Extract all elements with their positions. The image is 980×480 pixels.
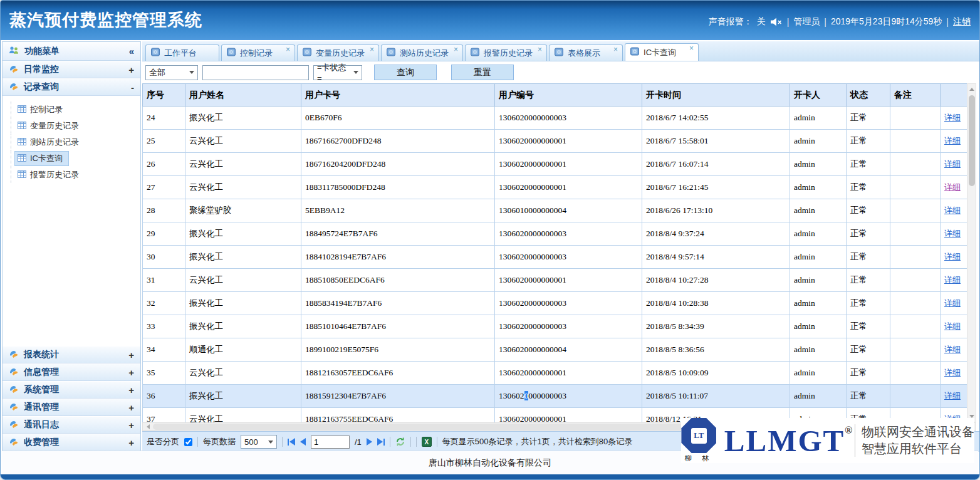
expand-toggle-icon[interactable]: +	[128, 385, 134, 395]
card-status-select[interactable]: =卡状态=	[313, 65, 362, 80]
table-row[interactable]: 29 振兴化工 188495724E7B7AF6 130602000000000…	[143, 222, 967, 246]
keyword-input[interactable]	[202, 65, 309, 80]
table-row[interactable]: 28 聚缘堂驴胶 5EBB9A12 1306010000000004 2018/…	[143, 199, 967, 222]
expand-toggle-icon[interactable]: -	[131, 82, 134, 93]
prev-page-button[interactable]	[300, 438, 306, 446]
detail-link[interactable]: 详细	[944, 113, 961, 122]
sidebar-group[interactable]: 通讯日志 +	[3, 416, 140, 434]
detail-link[interactable]: 详细	[944, 275, 961, 284]
sound-alarm-state[interactable]: 关	[757, 16, 766, 28]
page-number-input[interactable]	[311, 436, 350, 449]
separator: |	[824, 17, 826, 27]
cell-detail: 详细	[941, 246, 967, 269]
tab[interactable]: 变量历史记录 ×	[297, 44, 379, 61]
sidebar-item[interactable]: IC卡查询	[11, 150, 140, 167]
tab[interactable]: 表格展示 ×	[549, 44, 623, 61]
detail-link[interactable]: 详细	[944, 321, 961, 331]
sidebar-spacer	[3, 189, 140, 346]
sidebar-group[interactable]: 报表统计 +	[3, 346, 140, 363]
refresh-button[interactable]	[395, 437, 405, 447]
tab-icon	[630, 47, 640, 58]
detail-link[interactable]: 详细	[944, 368, 961, 377]
table-row[interactable]: 24 振兴化工 0EB670F6 1306020000000003 2018/6…	[143, 107, 967, 130]
sidebar-group-label: 系统管理	[24, 384, 59, 395]
sidebar-item[interactable]: 测站历史记录	[11, 134, 140, 150]
sidebar-group[interactable]: 记录查询 -	[3, 78, 140, 96]
tab[interactable]: 报警历史记录 ×	[465, 44, 547, 61]
tab-close-icon[interactable]: ×	[612, 45, 619, 54]
first-page-button[interactable]	[288, 438, 295, 446]
cell-serial: 32	[143, 292, 185, 315]
tab[interactable]: 控制记录 ×	[221, 44, 295, 61]
table-icon	[18, 170, 26, 180]
last-page-button[interactable]	[377, 438, 385, 446]
detail-link[interactable]: 详细	[944, 229, 961, 238]
table-row[interactable]: 36 振兴化工 18815912304E7B7AF6 1306020000000…	[143, 385, 967, 408]
cell-open-time: 2018/8/5 10:11:07	[642, 385, 790, 408]
expand-toggle-icon[interactable]: +	[128, 437, 134, 448]
tab[interactable]: 测站历史记录 ×	[381, 44, 463, 61]
detail-link[interactable]: 详细	[944, 252, 961, 261]
table-row[interactable]: 31 云兴化工 188510850EEDC6AF6 13060200000000…	[143, 269, 967, 292]
category-select[interactable]: 全部	[145, 65, 198, 80]
detail-link[interactable]: 详细	[944, 182, 961, 192]
logout-link[interactable]: 注销	[953, 16, 971, 28]
table-row[interactable]: 26 云兴化工 186716204200DFD248 1306020000000…	[143, 153, 967, 176]
sidebar-group[interactable]: 收费管理 +	[3, 434, 140, 451]
tab[interactable]: 工作平台	[145, 44, 219, 61]
table-row[interactable]: 33 振兴化工 18851010464E7B7AF6 1306020000000…	[143, 315, 967, 338]
table-row[interactable]: 35 云兴化工 18812163057EEDC6AF6 130602000000…	[143, 362, 967, 385]
group-icon	[9, 350, 19, 360]
scroll-up-icon[interactable]	[967, 85, 976, 94]
cell-remark	[890, 176, 941, 199]
sidebar-item[interactable]: 变量历史记录	[11, 118, 140, 134]
table-row[interactable]: 30 振兴化工 18841028194E7B7AF6 1306020000000…	[143, 246, 967, 269]
expand-toggle-icon[interactable]: +	[128, 367, 134, 378]
expand-toggle-icon[interactable]: +	[128, 402, 134, 413]
reset-button[interactable]: 重置	[451, 65, 514, 80]
paging-checkbox[interactable]	[184, 438, 192, 446]
expand-toggle-icon[interactable]: +	[128, 350, 134, 360]
table-row[interactable]: 32 振兴化工 1885834194E7B7AF6 13060200000000…	[143, 292, 967, 315]
divider	[282, 437, 283, 447]
sidebar-group[interactable]: 信息管理 +	[3, 363, 140, 381]
tab-close-icon[interactable]: ×	[688, 44, 695, 53]
tab-close-icon[interactable]: ×	[368, 45, 375, 54]
expand-toggle-icon[interactable]: +	[128, 65, 134, 75]
next-page-button[interactable]	[367, 438, 372, 446]
detail-link[interactable]: 详细	[944, 159, 961, 169]
scrollbar-thumb[interactable]	[969, 95, 975, 186]
tab-close-icon[interactable]: ×	[536, 45, 543, 54]
sidebar-group-label: 日常监控	[24, 64, 59, 75]
sidebar-group[interactable]: 日常监控 +	[3, 61, 140, 78]
tab-close-icon[interactable]: ×	[452, 45, 459, 54]
speaker-muted-icon[interactable]	[770, 18, 783, 26]
detail-link[interactable]: 详细	[944, 298, 961, 308]
cell-remark	[890, 292, 941, 315]
detail-link[interactable]: 详细	[944, 391, 961, 400]
sidebar-item-label: 报警历史记录	[30, 169, 79, 180]
table-row[interactable]: 27 云兴化工 188311785000DFD248 1306020000000…	[143, 176, 967, 199]
table-row[interactable]: 34 顺通化工 1899100219E5075F6 13060200000000…	[143, 338, 967, 362]
detail-link[interactable]: 详细	[944, 206, 961, 215]
detail-link[interactable]: 详细	[944, 345, 961, 354]
cell-detail: 详细	[941, 222, 967, 246]
page-size-select[interactable]: 500	[241, 435, 277, 449]
expand-toggle-icon[interactable]: +	[128, 420, 134, 430]
sidebar-group[interactable]: 系统管理 +	[3, 381, 140, 399]
sidebar-item[interactable]: 报警历史记录	[11, 167, 140, 183]
cell-user-number: 1306020000000001	[495, 176, 642, 199]
scroll-left-icon[interactable]	[143, 424, 153, 429]
cell-user-name: 振兴化工	[185, 222, 301, 246]
collapse-sidebar-button[interactable]: «	[129, 46, 134, 56]
query-button[interactable]: 查询	[374, 65, 437, 80]
tab[interactable]: IC卡查询 ×	[625, 43, 699, 61]
export-excel-button[interactable]: X	[422, 437, 432, 447]
vertical-scrollbar[interactable]	[967, 83, 976, 422]
detail-link[interactable]: 详细	[944, 136, 961, 145]
table-row[interactable]: 25 云兴化工 18671662700DFD248 13060200000000…	[143, 130, 967, 153]
cell-operator: admin	[790, 153, 847, 176]
tab-close-icon[interactable]: ×	[284, 45, 291, 54]
sidebar-item[interactable]: 控制记录	[11, 102, 140, 118]
sidebar-group[interactable]: 通讯管理 +	[3, 399, 140, 416]
